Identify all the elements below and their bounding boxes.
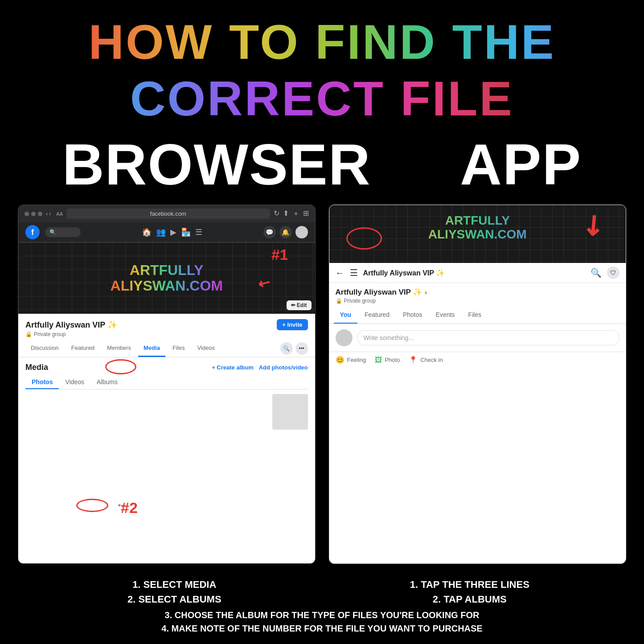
circle-albums-subtab bbox=[76, 499, 108, 512]
app-search-btn[interactable]: 🔍 bbox=[591, 267, 602, 278]
app-group-name: Artfully Aliyswan VIP ✨ › bbox=[336, 287, 620, 297]
browser-plus-icon[interactable]: ＋ bbox=[292, 209, 299, 218]
app-tab-you[interactable]: You bbox=[334, 307, 357, 324]
app-step-1: 1. TAP THE THREE LINES bbox=[322, 577, 618, 592]
app-panel-inner: ARTFULLY ALIYSWAN.COM ↙ ← ☰ Artfully Ali… bbox=[329, 205, 626, 563]
subtab-videos[interactable]: Videos bbox=[59, 376, 90, 389]
app-lock-icon: 🔒 bbox=[336, 298, 342, 304]
tab-videos[interactable]: Videos bbox=[192, 340, 220, 357]
app-tabs: You Featured Photos Events Files bbox=[329, 307, 626, 324]
browser-step-1: 1. SELECT MEDIA bbox=[27, 577, 322, 592]
browser-grid-icon[interactable]: ⊞ bbox=[303, 209, 309, 218]
fb-nav-right: 💬 🔔 bbox=[263, 226, 308, 238]
watch-icon[interactable]: ▶ bbox=[170, 227, 176, 237]
tab-discussion[interactable]: Discussion bbox=[25, 340, 64, 357]
friends-icon[interactable]: 👥 bbox=[156, 227, 166, 237]
app-instructions-col: 1. TAP THE THREE LINES 2. TAP ALBUMS bbox=[322, 577, 618, 607]
media-actions: + Create album Add photos/video bbox=[212, 364, 308, 371]
media-title: Media bbox=[25, 363, 48, 372]
invite-button[interactable]: + Invite bbox=[277, 319, 308, 330]
create-album-link[interactable]: + Create album bbox=[212, 364, 254, 371]
subtab-albums[interactable]: Albums bbox=[90, 376, 124, 389]
browser-back-btn[interactable]: ‹ › bbox=[46, 211, 51, 217]
app-tab-photos[interactable]: Photos bbox=[397, 307, 429, 324]
app-group-name-text: Artfully Aliyswan VIP ✨ bbox=[336, 287, 422, 297]
app-post-box: Write something... bbox=[329, 324, 626, 352]
app-group-name-nav: Artfully Aliyswan VIP ✨ bbox=[363, 269, 586, 277]
group-tabs: Discussion Featured Members Media Files … bbox=[18, 340, 315, 357]
app-group-info: Artfully Aliyswan VIP ✨ › 🔒 Private grou… bbox=[329, 283, 626, 307]
fb-search-box[interactable]: 🔍 bbox=[45, 227, 81, 237]
group-tab-icons: 🔍 ••• bbox=[280, 340, 308, 357]
app-checkin-action[interactable]: 📍 Check in bbox=[409, 356, 443, 364]
arrow-2-annotation: ← bbox=[115, 498, 128, 512]
lock-icon: 🔒 bbox=[25, 331, 32, 337]
marketplace-icon[interactable]: 🏪 bbox=[181, 227, 191, 237]
fb-bell-btn[interactable]: 🔔 bbox=[279, 226, 292, 238]
app-group-type: Private group bbox=[344, 298, 376, 304]
browser-panel: ‹ › AA facebook.com ↻ ⬆ ＋ ⊞ f 🔍 🏠 👥 bbox=[18, 205, 316, 564]
media-header: Media + Create album Add photos/video bbox=[25, 363, 308, 372]
group-hero-title: ARTFULLY ALIYSWAN.COM bbox=[111, 263, 223, 294]
app-tab-files[interactable]: Files bbox=[462, 307, 488, 324]
checkin-label: Check in bbox=[420, 357, 443, 363]
app-shield-btn[interactable]: 🛡 bbox=[607, 267, 619, 279]
app-col-header: APP bbox=[460, 131, 582, 198]
browser-refresh-icon[interactable]: ↻ bbox=[274, 209, 279, 218]
browser-dot-3 bbox=[38, 212, 42, 216]
tab-files[interactable]: Files bbox=[167, 340, 190, 357]
tab-more-btn[interactable]: ••• bbox=[295, 342, 308, 355]
group-hero-edit-btn[interactable]: ✏ Edit bbox=[287, 300, 312, 310]
browser-dot-2 bbox=[31, 212, 36, 216]
app-circle-menu bbox=[346, 227, 382, 250]
app-group-private: 🔒 Private group bbox=[336, 298, 620, 304]
browser-top-bar: ‹ › AA facebook.com ↻ ⬆ ＋ ⊞ bbox=[18, 205, 315, 222]
fb-messenger-btn[interactable]: 💬 bbox=[263, 226, 276, 238]
app-step-2: 2. TAP ALBUMS bbox=[322, 592, 618, 607]
app-top-nav: ← ☰ Artfully Aliyswan VIP ✨ 🔍 🛡 bbox=[329, 263, 626, 283]
app-hero: ARTFULLY ALIYSWAN.COM ↙ bbox=[329, 205, 626, 263]
shared-instructions: 3. CHOOSE THE ALBUM FOR THE TYPE OF FILE… bbox=[27, 608, 617, 635]
browser-url-bar[interactable]: facebook.com bbox=[66, 209, 270, 219]
bottom-instructions: 1. SELECT MEDIA 2. SELECT ALBUMS 1. TAP … bbox=[18, 573, 626, 635]
media-thumbnail bbox=[272, 394, 308, 430]
feeling-icon: 😊 bbox=[336, 356, 345, 364]
app-tab-events[interactable]: Events bbox=[430, 307, 461, 324]
tab-members[interactable]: Members bbox=[102, 340, 136, 357]
app-user-avatar bbox=[336, 329, 353, 346]
app-menu-btn[interactable]: ☰ bbox=[350, 267, 358, 278]
app-tab-featured[interactable]: Featured bbox=[358, 307, 396, 324]
app-back-btn[interactable]: ← bbox=[336, 268, 345, 278]
media-sub-tabs: Photos Videos Albums bbox=[25, 376, 308, 390]
hero-line2: ALIYSWAN.COM bbox=[111, 278, 223, 294]
checkin-icon: 📍 bbox=[409, 356, 418, 364]
app-panel: ARTFULLY ALIYSWAN.COM ↙ ← ☰ Artfully Ali… bbox=[329, 205, 627, 564]
browser-step-2: 2. SELECT ALBUMS bbox=[27, 592, 322, 607]
subtab-photos[interactable]: Photos bbox=[25, 376, 59, 389]
app-write-input[interactable]: Write something... bbox=[357, 330, 620, 345]
app-feeling-action[interactable]: 😊 Feeling bbox=[336, 356, 366, 364]
shared-step-3: 3. CHOOSE THE ALBUM FOR THE TYPE OF FILE… bbox=[27, 608, 617, 622]
group-private: 🔒 Private group bbox=[25, 331, 308, 337]
home-icon[interactable]: 🏠 bbox=[142, 227, 152, 237]
main-title: HOW TO FIND THE CORRECT FILE bbox=[89, 14, 556, 126]
fb-nav-icons: 🏠 👥 ▶ 🏪 ☰ bbox=[86, 227, 258, 237]
menu-icon[interactable]: ☰ bbox=[195, 227, 202, 237]
tab-media[interactable]: Media bbox=[138, 340, 165, 357]
group-name: Artfully Aliyswan VIP ✨ bbox=[25, 320, 117, 330]
tab-featured[interactable]: Featured bbox=[66, 340, 100, 357]
search-icon: 🔍 bbox=[49, 229, 56, 235]
media-section: Media + Create album Add photos/video Ph… bbox=[18, 357, 315, 563]
fb-avatar[interactable] bbox=[295, 226, 308, 238]
media-thumbnails bbox=[25, 394, 308, 430]
tab-search-btn[interactable]: 🔍 bbox=[280, 342, 293, 355]
app-photo-action[interactable]: 🖼 Photo bbox=[375, 356, 400, 364]
browser-col-header: BROWSER bbox=[62, 131, 371, 198]
photo-icon: 🖼 bbox=[375, 356, 382, 364]
photo-label: Photo bbox=[385, 357, 400, 363]
main-container: HOW TO FIND THE CORRECT FILE BROWSER APP… bbox=[0, 0, 644, 644]
add-photos-link[interactable]: Add photos/video bbox=[259, 364, 308, 371]
browser-share-icon[interactable]: ⬆ bbox=[283, 209, 289, 218]
app-action-row: 😊 Feeling 🖼 Photo 📍 Check in bbox=[329, 352, 626, 368]
app-group-arrow: › bbox=[425, 289, 427, 296]
